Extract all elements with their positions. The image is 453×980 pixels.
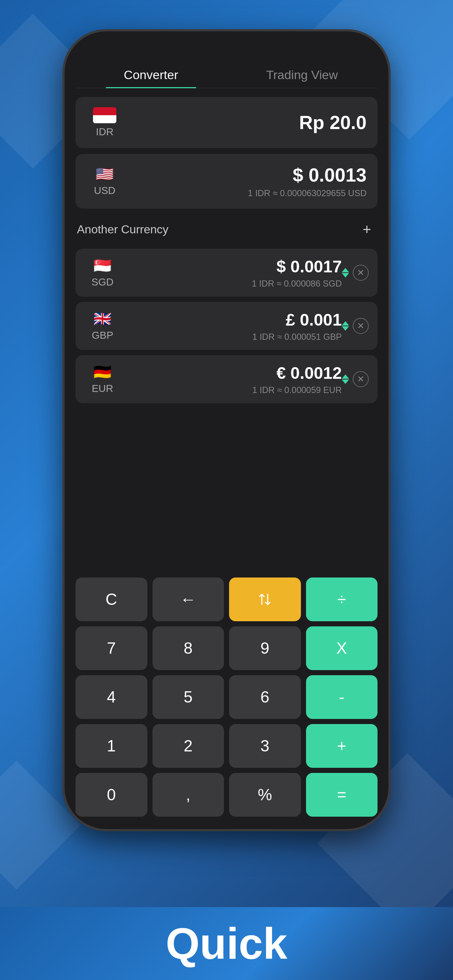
sgd-arrow-down-icon xyxy=(342,273,349,277)
usd-rate: 1 IDR ≈ 0.000063029655 USD xyxy=(123,188,367,198)
sgd-remove-button[interactable]: ✕ xyxy=(353,265,369,281)
four-button[interactable]: 4 xyxy=(75,675,147,719)
another-currency-label: Another Currency xyxy=(77,223,169,236)
sgd-controls: ✕ xyxy=(342,265,369,281)
screen: Converter Trading View IDR Rp 20.0 xyxy=(65,31,388,829)
bottom-label-section: Quick xyxy=(0,907,453,980)
tab-converter[interactable]: Converter xyxy=(75,60,226,88)
gbp-arrow-down-icon xyxy=(342,326,349,331)
gbp-currency-left: 🇬🇧 GBP xyxy=(84,310,121,341)
equals-button[interactable]: = xyxy=(306,773,378,817)
sgd-flag: 🇸🇬 xyxy=(91,258,114,274)
tab-bar: Converter Trading View xyxy=(75,60,378,88)
gbp-card[interactable]: 🇬🇧 GBP £ 0.001 1 IDR ≈ 0.000051 GBP ✕ xyxy=(75,302,378,350)
calc-row-3: 123+ xyxy=(75,724,378,768)
swap-button[interactable] xyxy=(229,578,301,621)
idr-currency-left: IDR xyxy=(86,107,123,138)
eur-card[interactable]: 🇩🇪 EUR € 0.0012 1 IDR ≈ 0.000059 EUR ✕ xyxy=(75,355,378,403)
sgd-card[interactable]: 🇸🇬 SGD $ 0.0017 1 IDR ≈ 0.000086 SGD ✕ xyxy=(75,249,378,297)
gbp-amount: £ 0.001 xyxy=(121,310,342,329)
screen-content: Converter Trading View IDR Rp 20.0 xyxy=(65,60,388,829)
calc-row-2: 456- xyxy=(75,675,378,719)
eur-code: EUR xyxy=(91,383,113,395)
eur-arrow-up-icon xyxy=(342,374,349,379)
one-button[interactable]: 1 xyxy=(75,724,147,768)
sgd-updown-button[interactable] xyxy=(342,268,349,277)
backspace-button[interactable]: ← xyxy=(152,578,224,621)
gbp-flag: 🇬🇧 xyxy=(91,310,114,327)
eur-arrow-down-icon xyxy=(342,380,349,384)
two-button[interactable]: 2 xyxy=(152,724,224,768)
usd-flag: 🇺🇸 xyxy=(93,166,116,182)
usd-card[interactable]: 🇺🇸 USD $ 0.0013 1 IDR ≈ 0.000063029655 U… xyxy=(75,154,378,208)
gbp-arrow-up-icon xyxy=(342,321,349,326)
sgd-arrow-up-icon xyxy=(342,268,349,272)
sgd-rate: 1 IDR ≈ 0.000086 SGD xyxy=(121,278,342,289)
seven-button[interactable]: 7 xyxy=(75,626,147,670)
gbp-rate: 1 IDR ≈ 0.000051 GBP xyxy=(121,332,342,342)
eight-button[interactable]: 8 xyxy=(152,626,224,670)
plus-button[interactable]: + xyxy=(306,724,378,768)
idr-card[interactable]: IDR Rp 20.0 xyxy=(75,97,378,148)
eur-flag: 🇩🇪 xyxy=(91,364,114,380)
usd-code: USD xyxy=(94,185,115,197)
six-button[interactable]: 6 xyxy=(229,675,301,719)
idr-flag xyxy=(93,107,116,123)
gbp-remove-button[interactable]: ✕ xyxy=(353,318,369,334)
nine-button[interactable]: 9 xyxy=(229,626,301,670)
gbp-code: GBP xyxy=(91,329,113,341)
eur-updown-button[interactable] xyxy=(342,374,349,384)
comma-button[interactable]: , xyxy=(152,773,224,817)
percent-button[interactable]: % xyxy=(229,773,301,817)
calculator: C← ÷789X456-123+0,%= xyxy=(75,578,378,829)
usd-amount: $ 0.0013 xyxy=(123,164,367,186)
gbp-controls: ✕ xyxy=(342,318,369,334)
gbp-amount-container: £ 0.001 1 IDR ≈ 0.000051 GBP xyxy=(121,310,342,342)
eur-currency-left: 🇩🇪 EUR xyxy=(84,364,121,395)
eur-amount: € 0.0012 xyxy=(121,363,342,383)
divide-button[interactable]: ÷ xyxy=(306,578,378,621)
notch xyxy=(187,31,266,49)
tab-trading-view[interactable]: Trading View xyxy=(226,60,378,88)
another-currency-header: Another Currency + xyxy=(75,215,378,244)
eur-controls: ✕ xyxy=(342,371,369,387)
five-button[interactable]: 5 xyxy=(152,675,224,719)
zero-button[interactable]: 0 xyxy=(75,773,147,817)
eur-rate: 1 IDR ≈ 0.000059 EUR xyxy=(121,385,342,395)
sgd-amount: $ 0.0017 xyxy=(121,257,342,276)
calc-row-1: 789X xyxy=(75,626,378,670)
idr-amount-container: Rp 20.0 xyxy=(123,111,367,134)
multiply-button[interactable]: X xyxy=(306,626,378,670)
calc-row-0: C← ÷ xyxy=(75,578,378,621)
eur-remove-button[interactable]: ✕ xyxy=(353,371,369,387)
bottom-label-text: Quick xyxy=(166,918,287,969)
three-button[interactable]: 3 xyxy=(229,724,301,768)
calc-row-4: 0,%= xyxy=(75,773,378,817)
sgd-currency-left: 🇸🇬 SGD xyxy=(84,258,121,288)
idr-code: IDR xyxy=(96,126,113,138)
minus-button[interactable]: - xyxy=(306,675,378,719)
add-currency-button[interactable]: + xyxy=(358,220,376,239)
idr-amount: Rp 20.0 xyxy=(123,111,367,134)
usd-amount-container: $ 0.0013 1 IDR ≈ 0.000063029655 USD xyxy=(123,164,367,198)
eur-amount-container: € 0.0012 1 IDR ≈ 0.000059 EUR xyxy=(121,363,342,395)
sgd-code: SGD xyxy=(91,276,114,288)
phone-frame: Converter Trading View IDR Rp 20.0 xyxy=(62,29,391,831)
clear-button[interactable]: C xyxy=(75,578,147,621)
usd-currency-left: 🇺🇸 USD xyxy=(86,166,123,197)
gbp-updown-button[interactable] xyxy=(342,321,349,331)
sgd-amount-container: $ 0.0017 1 IDR ≈ 0.000086 SGD xyxy=(121,257,342,289)
